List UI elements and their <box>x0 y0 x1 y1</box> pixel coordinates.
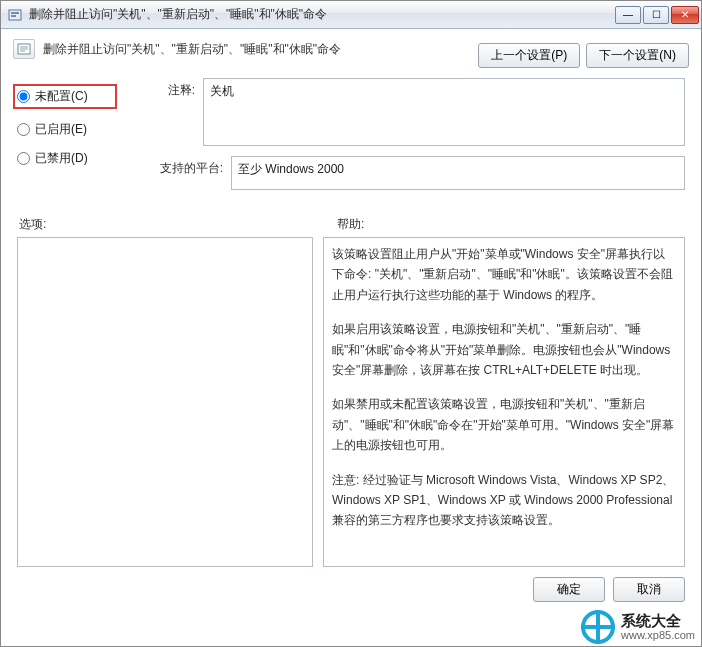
help-pane[interactable]: 该策略设置阻止用户从"开始"菜单或"Windows 安全"屏幕执行以下命令: "… <box>323 237 685 567</box>
radio-disabled[interactable]: 已禁用(D) <box>17 150 117 167</box>
nav-buttons: 上一个设置(P) 下一个设置(N) <box>478 43 689 68</box>
policy-icon <box>7 7 23 23</box>
radio-enabled-label: 已启用(E) <box>35 121 87 138</box>
radio-not-configured[interactable]: 未配置(C) <box>13 84 117 109</box>
titlebar: 删除并阻止访问"关机"、"重新启动"、"睡眠"和"休眠"命令 — ☐ ✕ <box>1 1 701 29</box>
maximize-button[interactable]: ☐ <box>643 6 669 24</box>
svg-rect-2 <box>11 15 16 17</box>
previous-setting-button[interactable]: 上一个设置(P) <box>478 43 580 68</box>
window-buttons: — ☐ ✕ <box>615 6 699 24</box>
platform-label: 支持的平台: <box>135 156 223 177</box>
comment-textarea[interactable]: 关机 <box>203 78 685 146</box>
help-heading: 帮助: <box>317 216 685 233</box>
radio-not-configured-input[interactable] <box>17 90 30 103</box>
close-button[interactable]: ✕ <box>671 6 699 24</box>
radio-disabled-input[interactable] <box>17 152 30 165</box>
watermark-line1: 系统大全 <box>621 613 695 630</box>
help-paragraph-4: 注意: 经过验证与 Microsoft Windows Vista、Window… <box>332 470 676 531</box>
state-radio-group: 未配置(C) 已启用(E) 已禁用(D) <box>17 78 117 167</box>
comment-value: 关机 <box>210 84 234 98</box>
options-pane <box>17 237 313 567</box>
help-paragraph-1: 该策略设置阻止用户从"开始"菜单或"Windows 安全"屏幕执行以下命令: "… <box>332 244 676 305</box>
subheader: 删除并阻止访问"关机"、"重新启动"、"睡眠"和"休眠"命令 上一个设置(P) … <box>1 29 701 74</box>
platform-value: 至少 Windows 2000 <box>238 162 344 176</box>
watermark-logo-icon <box>581 610 615 644</box>
policy-title-text: 删除并阻止访问"关机"、"重新启动"、"睡眠"和"休眠"命令 <box>43 39 470 58</box>
comment-label: 注释: <box>135 78 195 99</box>
radio-enabled[interactable]: 已启用(E) <box>17 121 117 138</box>
next-setting-button[interactable]: 下一个设置(N) <box>586 43 689 68</box>
help-paragraph-3: 如果禁用或未配置该策略设置，电源按钮和"关机"、"重新启动"、"睡眠"和"休眠"… <box>332 394 676 455</box>
dialog-footer: 确定 取消 <box>1 567 701 612</box>
ok-button[interactable]: 确定 <box>533 577 605 602</box>
svg-rect-1 <box>11 12 19 14</box>
window-title: 删除并阻止访问"关机"、"重新启动"、"睡眠"和"休眠"命令 <box>29 6 615 23</box>
radio-not-configured-label: 未配置(C) <box>35 88 88 105</box>
watermark-line2: www.xp85.com <box>621 629 695 641</box>
cancel-button[interactable]: 取消 <box>613 577 685 602</box>
platform-box: 至少 Windows 2000 <box>231 156 685 190</box>
watermark: 系统大全 www.xp85.com <box>581 610 695 644</box>
document-icon <box>13 39 35 59</box>
radio-enabled-input[interactable] <box>17 123 30 136</box>
options-heading: 选项: <box>17 216 317 233</box>
minimize-button[interactable]: — <box>615 6 641 24</box>
radio-disabled-label: 已禁用(D) <box>35 150 88 167</box>
help-paragraph-2: 如果启用该策略设置，电源按钮和"关机"、"重新启动"、"睡眠"和"休眠"命令将从… <box>332 319 676 380</box>
